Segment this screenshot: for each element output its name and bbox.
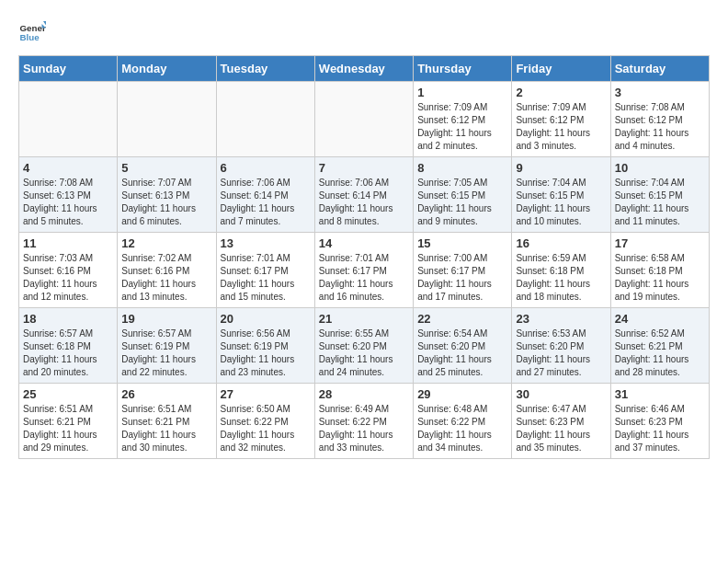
day-number: 25 bbox=[23, 387, 113, 401]
calendar-cell: 27Sunrise: 6:50 AMSunset: 6:22 PMDayligh… bbox=[216, 384, 314, 459]
svg-text:Blue: Blue bbox=[20, 32, 40, 42]
calendar-cell: 23Sunrise: 6:53 AMSunset: 6:20 PMDayligh… bbox=[512, 308, 610, 384]
calendar-cell: 6Sunrise: 7:06 AMSunset: 6:14 PMDaylight… bbox=[216, 157, 314, 233]
calendar-header-row: SundayMondayTuesdayWednesdayThursdayFrid… bbox=[19, 56, 710, 82]
day-info: Sunrise: 7:01 AMSunset: 6:17 PMDaylight:… bbox=[319, 252, 409, 304]
day-number: 13 bbox=[221, 236, 311, 250]
calendar-cell: 15Sunrise: 7:00 AMSunset: 6:17 PMDayligh… bbox=[414, 233, 512, 308]
calendar-week-row: 11Sunrise: 7:03 AMSunset: 6:16 PMDayligh… bbox=[19, 233, 710, 308]
day-number: 11 bbox=[23, 236, 113, 250]
day-number: 1 bbox=[417, 86, 507, 99]
calendar-cell: 26Sunrise: 6:51 AMSunset: 6:21 PMDayligh… bbox=[118, 384, 216, 459]
calendar-cell: 7Sunrise: 7:06 AMSunset: 6:14 PMDaylight… bbox=[314, 157, 413, 233]
day-info: Sunrise: 7:05 AMSunset: 6:15 PMDaylight:… bbox=[417, 177, 507, 228]
calendar-cell: 20Sunrise: 6:56 AMSunset: 6:19 PMDayligh… bbox=[216, 308, 314, 384]
calendar-cell: 30Sunrise: 6:47 AMSunset: 6:23 PMDayligh… bbox=[512, 384, 610, 459]
day-info: Sunrise: 7:09 AMSunset: 6:12 PMDaylight:… bbox=[516, 101, 606, 153]
day-number: 31 bbox=[615, 387, 705, 401]
day-number: 3 bbox=[615, 86, 705, 99]
calendar-cell: 31Sunrise: 6:46 AMSunset: 6:23 PMDayligh… bbox=[610, 384, 709, 459]
day-number: 4 bbox=[23, 161, 113, 175]
day-info: Sunrise: 7:06 AMSunset: 6:14 PMDaylight:… bbox=[319, 177, 409, 228]
calendar-week-row: 18Sunrise: 6:57 AMSunset: 6:18 PMDayligh… bbox=[19, 308, 710, 384]
day-number: 8 bbox=[417, 161, 507, 175]
day-number: 18 bbox=[23, 312, 113, 326]
day-info: Sunrise: 6:53 AMSunset: 6:20 PMDaylight:… bbox=[516, 327, 606, 379]
day-number: 21 bbox=[319, 312, 409, 326]
calendar-cell: 18Sunrise: 6:57 AMSunset: 6:18 PMDayligh… bbox=[19, 308, 118, 384]
day-info: Sunrise: 6:47 AMSunset: 6:23 PMDaylight:… bbox=[516, 403, 606, 454]
day-number: 5 bbox=[121, 161, 211, 175]
calendar-cell: 28Sunrise: 6:49 AMSunset: 6:22 PMDayligh… bbox=[314, 384, 413, 459]
day-info: Sunrise: 7:07 AMSunset: 6:13 PMDaylight:… bbox=[121, 177, 211, 228]
day-number: 7 bbox=[319, 161, 409, 175]
column-header-tuesday: Tuesday bbox=[216, 56, 314, 82]
calendar-cell bbox=[314, 82, 413, 157]
logo: General Blue bbox=[18, 18, 46, 46]
day-number: 24 bbox=[615, 312, 705, 326]
day-number: 26 bbox=[121, 387, 211, 401]
calendar-cell: 21Sunrise: 6:55 AMSunset: 6:20 PMDayligh… bbox=[314, 308, 413, 384]
calendar-week-row: 4Sunrise: 7:08 AMSunset: 6:13 PMDaylight… bbox=[19, 157, 710, 233]
day-info: Sunrise: 6:52 AMSunset: 6:21 PMDaylight:… bbox=[615, 327, 705, 379]
calendar-cell: 1Sunrise: 7:09 AMSunset: 6:12 PMDaylight… bbox=[414, 82, 512, 157]
day-number: 6 bbox=[221, 161, 311, 175]
day-info: Sunrise: 7:06 AMSunset: 6:14 PMDaylight:… bbox=[221, 177, 311, 228]
calendar-cell: 10Sunrise: 7:04 AMSunset: 6:15 PMDayligh… bbox=[610, 157, 709, 233]
day-number: 23 bbox=[516, 312, 606, 326]
day-info: Sunrise: 7:04 AMSunset: 6:15 PMDaylight:… bbox=[615, 177, 705, 228]
calendar-table: SundayMondayTuesdayWednesdayThursdayFrid… bbox=[18, 55, 710, 459]
day-number: 17 bbox=[615, 236, 705, 250]
calendar-cell: 19Sunrise: 6:57 AMSunset: 6:19 PMDayligh… bbox=[118, 308, 216, 384]
day-number: 14 bbox=[319, 236, 409, 250]
day-number: 29 bbox=[417, 387, 507, 401]
calendar-week-row: 25Sunrise: 6:51 AMSunset: 6:21 PMDayligh… bbox=[19, 384, 710, 459]
day-info: Sunrise: 6:50 AMSunset: 6:22 PMDaylight:… bbox=[221, 403, 311, 454]
day-info: Sunrise: 7:02 AMSunset: 6:16 PMDaylight:… bbox=[121, 252, 211, 304]
day-number: 15 bbox=[417, 236, 507, 250]
day-info: Sunrise: 7:01 AMSunset: 6:17 PMDaylight:… bbox=[221, 252, 311, 304]
day-info: Sunrise: 6:54 AMSunset: 6:20 PMDaylight:… bbox=[417, 327, 507, 379]
day-info: Sunrise: 6:46 AMSunset: 6:23 PMDaylight:… bbox=[615, 403, 705, 454]
day-info: Sunrise: 7:03 AMSunset: 6:16 PMDaylight:… bbox=[23, 252, 113, 304]
day-number: 20 bbox=[221, 312, 311, 326]
day-number: 22 bbox=[417, 312, 507, 326]
day-number: 27 bbox=[221, 387, 311, 401]
column-header-thursday: Thursday bbox=[414, 56, 512, 82]
day-info: Sunrise: 7:09 AMSunset: 6:12 PMDaylight:… bbox=[417, 101, 507, 153]
column-header-sunday: Sunday bbox=[19, 56, 118, 82]
day-number: 28 bbox=[319, 387, 409, 401]
day-info: Sunrise: 6:48 AMSunset: 6:22 PMDaylight:… bbox=[417, 403, 507, 454]
calendar-cell: 25Sunrise: 6:51 AMSunset: 6:21 PMDayligh… bbox=[19, 384, 118, 459]
calendar-cell: 17Sunrise: 6:58 AMSunset: 6:18 PMDayligh… bbox=[610, 233, 709, 308]
day-info: Sunrise: 7:04 AMSunset: 6:15 PMDaylight:… bbox=[516, 177, 606, 228]
calendar-cell bbox=[19, 82, 118, 157]
calendar-cell: 5Sunrise: 7:07 AMSunset: 6:13 PMDaylight… bbox=[118, 157, 216, 233]
day-info: Sunrise: 6:56 AMSunset: 6:19 PMDaylight:… bbox=[221, 327, 311, 379]
page-header: General Blue bbox=[18, 18, 710, 46]
column-header-saturday: Saturday bbox=[610, 56, 709, 82]
day-number: 10 bbox=[615, 161, 705, 175]
calendar-cell bbox=[216, 82, 314, 157]
day-info: Sunrise: 7:08 AMSunset: 6:12 PMDaylight:… bbox=[615, 101, 705, 153]
column-header-wednesday: Wednesday bbox=[314, 56, 413, 82]
calendar-cell: 12Sunrise: 7:02 AMSunset: 6:16 PMDayligh… bbox=[118, 233, 216, 308]
day-number: 9 bbox=[516, 161, 606, 175]
day-info: Sunrise: 6:57 AMSunset: 6:19 PMDaylight:… bbox=[121, 327, 211, 379]
day-number: 16 bbox=[516, 236, 606, 250]
calendar-cell bbox=[118, 82, 216, 157]
column-header-friday: Friday bbox=[512, 56, 610, 82]
day-info: Sunrise: 6:57 AMSunset: 6:18 PMDaylight:… bbox=[23, 327, 113, 379]
logo-icon: General Blue bbox=[18, 18, 46, 46]
day-number: 30 bbox=[516, 387, 606, 401]
day-info: Sunrise: 6:55 AMSunset: 6:20 PMDaylight:… bbox=[319, 327, 409, 379]
day-number: 12 bbox=[121, 236, 211, 250]
day-info: Sunrise: 6:58 AMSunset: 6:18 PMDaylight:… bbox=[615, 252, 705, 304]
calendar-cell: 2Sunrise: 7:09 AMSunset: 6:12 PMDaylight… bbox=[512, 82, 610, 157]
day-number: 19 bbox=[121, 312, 211, 326]
day-info: Sunrise: 7:08 AMSunset: 6:13 PMDaylight:… bbox=[23, 177, 113, 228]
calendar-cell: 29Sunrise: 6:48 AMSunset: 6:22 PMDayligh… bbox=[414, 384, 512, 459]
day-number: 2 bbox=[516, 86, 606, 99]
day-info: Sunrise: 6:51 AMSunset: 6:21 PMDaylight:… bbox=[23, 403, 113, 454]
day-info: Sunrise: 7:00 AMSunset: 6:17 PMDaylight:… bbox=[417, 252, 507, 304]
